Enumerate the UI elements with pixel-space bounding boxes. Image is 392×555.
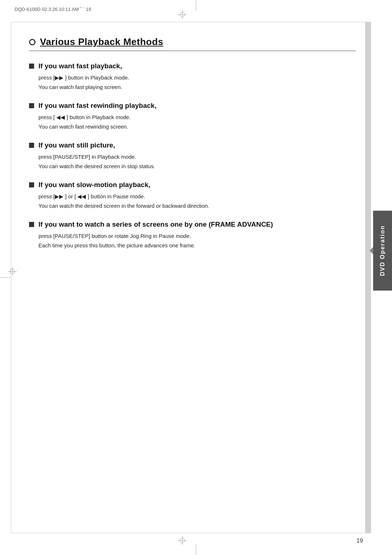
- section-body-1: press [▶▶ ] button in Playback mode. You…: [38, 73, 356, 92]
- body-line2-4: You can watch the desired screen in the …: [38, 201, 356, 211]
- body-line1-5: press [PAUSE/STEP] button or rotate Jog …: [38, 231, 356, 241]
- section-block-4: If you want slow-motion playback, press …: [29, 181, 356, 210]
- section-body-4: press [▶▶ ] or [ ◀◀ ] button in Pause mo…: [38, 192, 356, 210]
- reg-mark-top-center: [178, 10, 187, 19]
- section-heading-4: If you want slow-motion playback,: [29, 181, 356, 189]
- border-top: [11, 22, 371, 22]
- section-heading-2: If you want fast rewinding playback,: [29, 102, 356, 110]
- body-line2-5: Each time you press this button, the pic…: [38, 241, 356, 250]
- section-heading-3: If you want still picture,: [29, 141, 356, 149]
- bullet-icon-3: [29, 143, 34, 148]
- body-line2-1: You can watch fast playing screen.: [38, 82, 356, 92]
- section-body-2: press [ ◀◀ ] button in Playback mode. Yo…: [38, 113, 356, 131]
- section-block-1: If you want fast playback, press [▶▶ ] b…: [29, 62, 356, 92]
- crop-mark-bottom: [196, 544, 196, 555]
- content-area: Various Playback Methods If you want fas…: [29, 36, 356, 526]
- bullet-icon-2: [29, 103, 34, 108]
- reg-mark-left-center: [8, 267, 17, 276]
- heading-text-3: If you want still picture,: [38, 141, 115, 149]
- side-tab: DVD Operation: [373, 211, 392, 291]
- body-line1-4: press [▶▶ ] or [ ◀◀ ] button in Pause mo…: [38, 192, 356, 201]
- section-circle-icon: [29, 39, 36, 45]
- body-line1-1: press [▶▶ ] button in Playback mode.: [38, 73, 356, 82]
- section-block-2: If you want fast rewinding playback, pre…: [29, 102, 356, 131]
- border-left: [11, 22, 11, 533]
- body-line1-3: press [PAUSE/STEP] in Playback mode.: [38, 152, 356, 162]
- heading-text-5: If you want to watch a series of screens…: [38, 220, 273, 228]
- body-line2-3: You can watch the desired screen in stop…: [38, 162, 356, 171]
- section-heading-5: If you want to watch a series of screens…: [29, 220, 356, 228]
- section-body-5: press [PAUSE/STEP] button or rotate Jog …: [38, 231, 356, 250]
- right-strip: [365, 22, 371, 533]
- doc-header-text: DQD-6100D 02.3.26 10:11 AM ˜ ` 19: [15, 7, 91, 12]
- section-title-container: Various Playback Methods: [29, 36, 356, 51]
- bullet-icon-4: [29, 182, 34, 187]
- heading-text-4: If you want slow-motion playback,: [38, 181, 150, 189]
- side-tab-arrow: [369, 247, 373, 254]
- doc-header: DQD-6100D 02.3.26 10:11 AM ˜ ` 19: [15, 7, 91, 12]
- crop-mark-left: [0, 278, 11, 278]
- body-line1-2: press [ ◀◀ ] button in Playback mode.: [38, 113, 356, 122]
- border-bottom: [11, 533, 371, 533]
- side-tab-text: DVD Operation: [379, 225, 386, 276]
- heading-text-2: If you want fast rewinding playback,: [38, 102, 156, 110]
- body-line2-2: You can watch fast rewinding screen.: [38, 122, 356, 131]
- section-block-5: If you want to watch a series of screens…: [29, 220, 356, 250]
- section-heading-1: If you want fast playback,: [29, 62, 356, 70]
- crop-mark-top: [196, 0, 196, 11]
- page-container: DQD-6100D 02.3.26 10:11 AM ˜ ` 19 DVD Op…: [0, 0, 392, 555]
- bullet-icon-5: [29, 222, 34, 227]
- bullet-icon-1: [29, 64, 34, 69]
- section-block-3: If you want still picture, press [PAUSE/…: [29, 141, 356, 171]
- section-body-3: press [PAUSE/STEP] in Playback mode. You…: [38, 152, 356, 171]
- heading-text-1: If you want fast playback,: [38, 62, 122, 70]
- reg-mark-bottom-center: [178, 536, 187, 545]
- section-title: Various Playback Methods: [40, 36, 163, 48]
- page-number: 19: [356, 538, 363, 544]
